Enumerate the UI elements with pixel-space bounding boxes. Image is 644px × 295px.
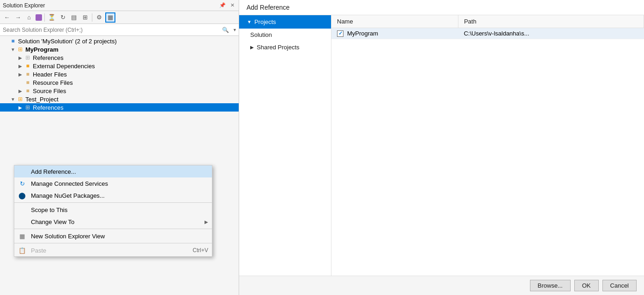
history-button[interactable]: ⏳ [47, 12, 57, 23]
test-project-label: Test_Project [25, 96, 59, 103]
pin-icon[interactable]: 📌 [218, 2, 227, 9]
ar-table: Name Path MyProgram [331, 15, 644, 39]
tree-item-references1[interactable]: ▶ ⊞ References [0, 53, 239, 62]
se-toolbar: ← → ⌂ ⏳ ↻ ▤ ⊞ ⚙ ▦ [0, 11, 239, 24]
tree-item-source-files[interactable]: ▶ ■ Source Files [0, 87, 239, 95]
change-view-arrow-icon: ▶ [205, 219, 208, 224]
ctx-manage-nuget-label: Manage NuGet Packages... [31, 192, 208, 199]
ar-name-cell: MyProgram [331, 28, 458, 39]
ar-col-name: Name [331, 15, 458, 28]
home-button[interactable]: ⌂ [24, 12, 34, 23]
source-files-label: Source Files [33, 88, 66, 94]
se-search-bar: 🔍 ▼ [0, 24, 239, 36]
new-solution-view-icon: ▦ [18, 232, 26, 240]
search-dropdown-icon[interactable]: ▼ [231, 28, 239, 32]
ext-deps-icon: ■ [24, 62, 31, 70]
ctx-scope-to-this-label: Scope to This [31, 206, 208, 213]
expand-references1[interactable]: ▶ [17, 54, 24, 61]
ar-myprogram-path: C:\Users\v-lsaldanha\s... [464, 30, 530, 37]
tree-item-resource-files[interactable]: ■ Resource Files [0, 78, 239, 87]
ar-content: Name Path MyProgram [331, 15, 644, 276]
expand-references2[interactable]: ▶ [17, 104, 24, 111]
expand-ext-deps[interactable]: ▶ [17, 62, 24, 70]
properties-button[interactable]: ⚙ [94, 12, 104, 23]
cancel-button[interactable]: Cancel [602, 280, 637, 291]
tree-item-myprogram[interactable]: ▼ ⊞ MyProgram [0, 45, 239, 53]
source-files-icon: ■ [24, 87, 31, 94]
connected-services-icon: ↻ [18, 179, 26, 188]
tree-item-solution[interactable]: ■ Solution 'MySolution' (2 of 2 projects… [0, 37, 239, 45]
ctx-change-view[interactable]: Change View To ▶ [14, 216, 212, 228]
ar-sidebar-solution[interactable]: Solution [239, 29, 331, 41]
expand-test-project[interactable]: ▼ [9, 95, 17, 103]
close-icon[interactable]: ✕ [229, 2, 236, 9]
search-input[interactable] [0, 26, 220, 34]
projects-expand-icon: ▼ [247, 19, 252, 24]
active-item-button[interactable]: ▦ [105, 12, 115, 23]
tree-item-ext-deps[interactable]: ▶ ■ External Dependencies [0, 62, 239, 70]
expand-resource-files[interactable] [17, 79, 24, 86]
solution-explorer-panel: Solution Explorer 📌 ✕ ← → ⌂ ⏳ ↻ ▤ ⊞ ⚙ ▦ … [0, 0, 239, 295]
myprogram-label: MyProgram [25, 46, 59, 53]
header-files-label: Header Files [33, 71, 67, 78]
myprogram-icon: ⊞ [17, 46, 24, 53]
ar-sidebar-shared-projects[interactable]: ▶ Shared Projects [239, 41, 331, 53]
back-button[interactable]: ← [2, 12, 12, 23]
ctx-manage-nuget[interactable]: ⬤ Manage NuGet Packages... [14, 189, 212, 201]
ar-path-cell: C:\Users\v-lsaldanha\s... [458, 28, 644, 39]
ar-body: ▼ Projects Solution ▶ Shared Projects Na… [239, 15, 644, 276]
ctx-scope-to-this[interactable]: Scope to This [14, 204, 212, 216]
ok-button[interactable]: OK [574, 280, 599, 291]
ctx-manage-connected[interactable]: ↻ Manage Connected Services [14, 177, 212, 189]
collapse-button[interactable]: ▤ [69, 12, 79, 23]
ar-shared-projects-label: Shared Projects [257, 44, 300, 51]
ctx-paste-shortcut: Ctrl+V [193, 247, 208, 254]
browse-button[interactable]: Browse... [530, 280, 571, 291]
ext-deps-label: External Dependencies [33, 63, 95, 70]
references2-icon: ⊞ [24, 104, 31, 111]
ar-header: Add Reference [239, 0, 644, 15]
ar-sidebar: ▼ Projects Solution ▶ Shared Projects [239, 15, 331, 276]
ctx-separator3 [14, 243, 212, 243]
ar-bottom-bar: Browse... OK Cancel [239, 276, 644, 295]
expand-header-files[interactable]: ▶ [17, 71, 24, 78]
expand-myprogram[interactable]: ▼ [9, 46, 17, 53]
ar-myprogram-name: MyProgram [347, 30, 378, 37]
ctx-separator1 [14, 202, 212, 203]
ar-sidebar-projects[interactable]: ▼ Projects [239, 15, 331, 29]
expand-source-files[interactable]: ▶ [17, 87, 24, 94]
tree-item-test-project[interactable]: ▼ ⊞ Test_Project [0, 95, 239, 103]
tree-item-references2[interactable]: ▶ ⊞ References [0, 103, 239, 112]
ctx-new-solution-view[interactable]: ▦ New Solution Explorer View [14, 230, 212, 242]
header-files-icon: ■ [24, 71, 31, 78]
shared-projects-expand-icon: ▶ [250, 45, 254, 50]
ctx-add-reference[interactable]: Add Reference... [14, 165, 212, 177]
tree-item-header-files[interactable]: ▶ ■ Header Files [0, 70, 239, 78]
nuget-icon: ⬤ [18, 191, 26, 200]
ctx-new-solution-view-label: New Solution Explorer View [31, 233, 208, 240]
paste-icon: 📋 [18, 246, 26, 254]
references1-label: References [33, 54, 63, 61]
solution-label: Solution 'MySolution' (2 of 2 projects) [18, 38, 117, 45]
separator2 [92, 13, 92, 22]
references1-icon: ⊞ [24, 54, 31, 61]
refresh-button[interactable]: ↻ [58, 12, 68, 23]
se-title-text: Solution Explorer [3, 2, 45, 9]
resource-files-icon: ■ [24, 79, 31, 86]
ctx-paste[interactable]: 📋 Paste Ctrl+V [14, 244, 212, 256]
ar-myprogram-checkbox[interactable] [337, 30, 343, 37]
ar-solution-label: Solution [250, 31, 272, 38]
ar-col-path: Path [458, 15, 644, 28]
solution-icon: ■ [9, 37, 17, 45]
test-project-icon: ⊞ [17, 95, 24, 103]
forward-button[interactable]: → [13, 12, 23, 23]
ar-title: Add Reference [247, 4, 289, 11]
ctx-paste-label: Paste [31, 247, 183, 254]
search-icon[interactable]: 🔍 [220, 27, 231, 33]
ctx-add-reference-label: Add Reference... [31, 168, 208, 175]
context-menu: Add Reference... ↻ Manage Connected Serv… [14, 165, 212, 257]
show-all-button[interactable]: ⊞ [80, 12, 90, 23]
resource-files-label: Resource Files [33, 79, 73, 86]
expand-solution[interactable] [2, 37, 9, 45]
ar-table-row[interactable]: MyProgram C:\Users\v-lsaldanha\s... [331, 28, 644, 39]
